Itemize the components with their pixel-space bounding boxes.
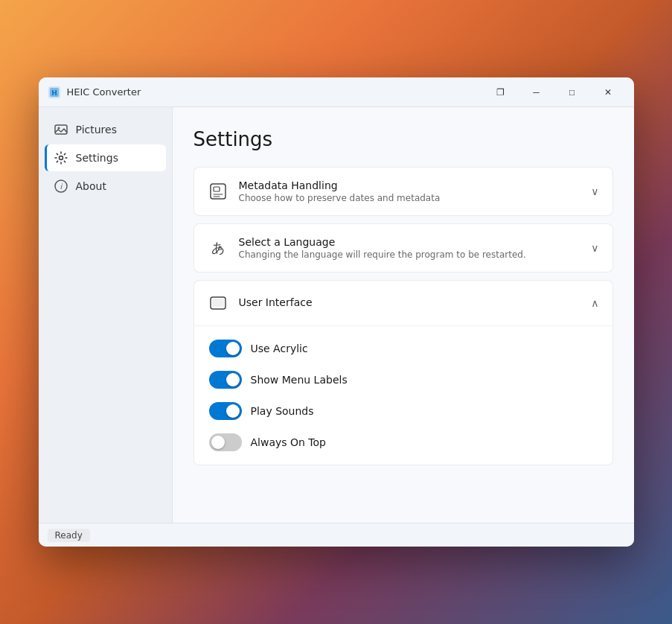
svg-rect-15 [212,299,224,307]
toggle-row-acrylic: Use Acrylic [209,340,598,357]
sidebar-item-settings[interactable]: Settings [45,144,166,171]
language-title: Select a Language [239,236,581,248]
toggle-menu-labels-label: Show Menu Labels [251,374,348,386]
language-subtitle: Changing the language will require the p… [239,249,581,260]
minimize-button[interactable]: ─ [519,80,554,104]
toggle-menu-labels-knob [226,373,240,386]
toggle-sounds[interactable] [209,402,242,420]
svg-text:i: i [60,182,63,191]
app-title: HEIC Converter [67,86,484,98]
ui-section-content: Use Acrylic Show Menu Labels [194,325,612,465]
language-section: あ a Select a Language Changing the langu… [193,223,613,273]
metadata-title: Metadata Handling [239,179,581,191]
toggle-acrylic-label: Use Acrylic [251,343,308,354]
statusbar: Ready [39,523,634,547]
metadata-chevron: ∨ [591,185,598,197]
ui-section-text: User Interface [239,296,581,310]
main-content: Settings Metadata Handling Choose [173,107,634,523]
pictures-icon [54,122,68,137]
sidebar-about-label: About [76,180,106,192]
sidebar-pictures-label: Pictures [76,124,117,136]
sidebar: Pictures Settings i Abo [39,107,173,523]
toggle-always-on-top-label: Always On Top [251,436,327,448]
toggle-acrylic-knob [226,342,240,355]
close-button[interactable]: ✕ [591,80,625,104]
language-section-text: Select a Language Changing the language … [239,236,581,260]
restore-button[interactable]: ❐ [484,80,518,104]
toggle-row-sounds: Play Sounds [209,402,598,420]
toggle-row-always-on-top: Always On Top [209,433,598,451]
maximize-button[interactable]: □ [555,80,589,104]
settings-icon [54,150,68,165]
toggle-always-on-top-knob [211,436,225,449]
window-controls: ❐ ─ □ ✕ [484,80,625,104]
svg-rect-9 [214,187,220,191]
metadata-section: Metadata Handling Choose how to preserve… [193,167,613,216]
sidebar-item-pictures[interactable]: Pictures [45,116,166,143]
sidebar-settings-label: Settings [76,152,118,164]
language-chevron: ∨ [591,242,598,254]
titlebar: H HEIC Converter ❐ ─ □ ✕ [39,77,634,107]
svg-text:a: a [218,242,223,252]
ui-title: User Interface [239,296,581,308]
app-body: Pictures Settings i Abo [39,107,634,523]
toggle-row-menu-labels: Show Menu Labels [209,371,598,389]
metadata-icon [208,181,228,202]
app-icon: H [48,86,61,99]
metadata-section-header[interactable]: Metadata Handling Choose how to preserve… [194,168,612,215]
ui-section: User Interface ∧ Use Acrylic [193,280,613,465]
ui-icon [208,293,228,313]
about-icon: i [54,179,68,194]
app-window: H HEIC Converter ❐ ─ □ ✕ [39,77,634,547]
toggle-sounds-knob [226,404,240,418]
svg-point-5 [59,156,63,160]
toggle-acrylic[interactable] [209,340,242,357]
ui-section-header[interactable]: User Interface ∧ [194,281,612,325]
toggle-menu-labels[interactable] [209,371,242,389]
language-icon: あ a [208,238,228,258]
svg-text:H: H [51,89,57,97]
metadata-subtitle: Choose how to preserve dates and metadat… [239,193,581,203]
toggle-sounds-label: Play Sounds [251,405,314,417]
sidebar-item-about[interactable]: i About [45,173,166,200]
ui-chevron: ∧ [591,297,598,309]
toggle-always-on-top[interactable] [209,433,242,451]
svg-point-4 [57,127,60,130]
status-text: Ready [48,529,90,542]
metadata-section-text: Metadata Handling Choose how to preserve… [239,179,581,203]
language-section-header[interactable]: あ a Select a Language Changing the langu… [194,224,612,272]
page-title: Settings [193,128,613,150]
